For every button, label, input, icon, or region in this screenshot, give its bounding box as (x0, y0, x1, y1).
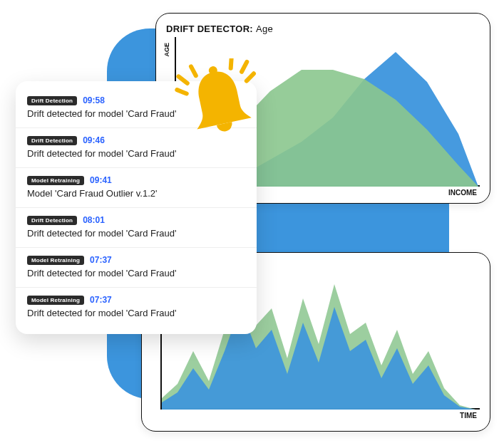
notification-time: 08:01 (83, 215, 105, 225)
notification-time: 07:37 (90, 295, 112, 305)
notification-message: Drift detected for model 'Card Fraud' (27, 308, 245, 318)
notification-tag: Drift Detection (27, 216, 77, 225)
notification-time: 09:58 (83, 95, 105, 105)
notification-item[interactable]: Model Retraining07:37Drift detected for … (16, 248, 257, 288)
notification-tag: Model Retraining (27, 256, 84, 265)
notification-item[interactable]: Drift Detection08:01Drift detected for m… (16, 208, 257, 248)
bell-icon (174, 58, 267, 151)
time-x-axis-label: TIME (460, 412, 477, 419)
notification-header: Model Retraining09:41 (27, 175, 245, 185)
drift-title-label: DRIFT DETECTOR: (166, 24, 253, 34)
notification-message: Drift detected for model 'Card Fraud' (27, 268, 245, 278)
notification-header: Drift Detection08:01 (27, 215, 245, 225)
notification-header: Model Retraining07:37 (27, 295, 245, 305)
drift-title-value: Age (256, 24, 273, 34)
drift-detector-title: DRIFT DETECTOR: Age (166, 24, 480, 34)
notification-tag: Model Retraining (27, 176, 84, 185)
notification-item[interactable]: Model Retraining07:37Drift detected for … (16, 288, 257, 327)
notification-message: Drift detected for model 'Card Fraud' (27, 228, 245, 239)
notification-header: Model Retraining07:37 (27, 255, 245, 265)
notification-item[interactable]: Model Retraining09:41Model 'Card Fraud O… (16, 168, 257, 208)
notification-tag: Drift Detection (27, 96, 77, 105)
notification-time: 09:41 (90, 175, 112, 185)
drift-x-axis-label: INCOME (448, 189, 477, 197)
notification-time: 09:46 (83, 135, 105, 145)
notification-message: Model 'Card Fraud Outlier v.1.2' (27, 188, 245, 199)
notification-tag: Drift Detection (27, 136, 77, 145)
notification-tag: Model Retraining (27, 296, 84, 305)
notification-time: 07:37 (90, 255, 112, 265)
